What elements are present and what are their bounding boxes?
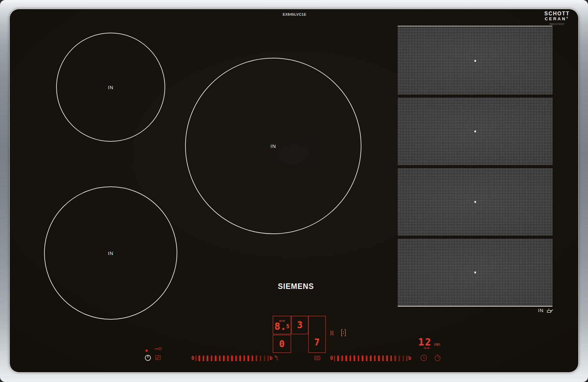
hood-control-icon[interactable] [274,355,281,361]
flex-zone-segment-2 [398,98,552,165]
schott-logo-line1: SCHOTT [544,11,570,17]
back-zone-level-value: 3 [297,320,303,330]
pan-icon [546,308,554,313]
segment-center-dot [474,60,476,62]
flex-width-value: 8. [275,322,286,331]
schott-ceran-logo: SCHOTT CERAN® 9001173247 [544,11,570,25]
slider-boost-label: b [270,355,273,361]
segment-center-dot [474,201,476,203]
cooking-zone-front-left: IN [44,186,177,320]
slider-start-tick [196,356,196,361]
zone-induction-label: IN [271,143,276,149]
timer-unit-label: min [434,342,440,347]
wipe-protection-icon[interactable] [155,355,161,360]
slider-boost-label: b [408,355,411,361]
move-pan-icon [341,329,346,336]
flex-zone-top-line [398,26,552,26]
back-zone-level-display[interactable]: 3 [291,316,309,334]
slider-min-label: 0 [330,355,333,361]
front-zone-level-display[interactable]: 0 [273,335,291,353]
timer-zone-width-icon [424,347,430,349]
flex-zone-level-display[interactable]: 7 [308,316,326,353]
flex-zone-segment-3 [398,168,552,235]
glass-serial-number: 9001173247 [544,23,570,25]
cooking-zone-back-left: IN [56,33,165,142]
front-zone-level-value: 0 [279,339,285,349]
power-slider-left[interactable]: 0 b [191,355,273,361]
timer-value: 12 [418,336,432,348]
clock-timer-button[interactable] [420,354,428,362]
ventilation-grill-icon[interactable] [314,355,321,360]
slider-level-bars [337,356,404,361]
brand-logo: SIEMENS [278,282,314,291]
power-slider-right[interactable]: 0 b [330,355,411,361]
flex-zone-segment-4 [398,239,552,306]
flex-zone-level-value: 7 [314,337,320,348]
timer-display: 12 min [418,336,440,348]
power-button[interactable] [144,354,151,361]
power-indicator-led [146,350,148,352]
flex-zone-induction-label: IN [538,308,544,313]
slider-start-tick [334,356,335,361]
induction-cooktop: EX845LVC1E SCHOTT CERAN® 9001173247 IN I… [0,0,588,382]
registered-mark: ® [566,17,569,19]
flex-zone-bottom-line [398,306,552,307]
slider-min-label: 0 [191,355,194,361]
flex-zone-segment-1 [398,27,552,94]
flex-zone-induction-marker: IN [538,308,554,313]
model-number: EX845LVC1E [262,12,327,16]
flex-width-decimal: 5 [286,322,290,331]
segment-center-dot [474,272,476,273]
schott-logo-line2: CERAN® [544,17,570,21]
cooking-zone-center-large: IN [185,58,361,234]
slider-level-bars [199,356,265,361]
bridge-zones-icon [330,330,334,336]
slider-end-tick [268,356,268,361]
flex-width-display[interactable]: 8.5 [273,316,291,334]
zone-induction-label: IN [108,85,114,90]
slider-end-tick [406,356,407,361]
child-lock-key-icon[interactable] [154,347,162,351]
segment-center-dot [474,131,476,132]
egg-timer-button[interactable] [434,354,441,362]
zone-induction-label: IN [108,250,114,256]
